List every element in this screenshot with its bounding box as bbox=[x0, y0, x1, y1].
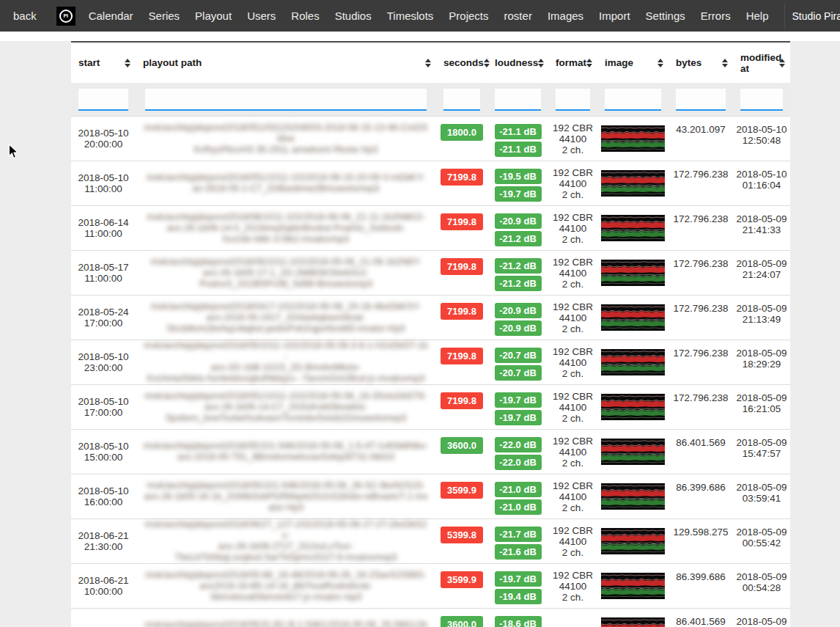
modified-at-cell: 2018-05-1012:50:48 bbox=[733, 117, 790, 161]
start-cell: 2018-05-1011:00:00 bbox=[71, 161, 136, 205]
waveform-thumbnail-image[interactable] bbox=[601, 125, 665, 152]
waveform-thumbnail-image[interactable] bbox=[601, 260, 665, 286]
waveform-thumbnail-image[interactable] bbox=[601, 439, 665, 465]
filter-row bbox=[71, 83, 790, 116]
nav-item-studios[interactable]: Studios bbox=[335, 10, 372, 22]
modified-at-cell: 2018-05-0903:59:41 bbox=[733, 474, 790, 518]
nav-item-roster[interactable]: roster bbox=[504, 10, 532, 22]
table-row: 2018-05-1017:00:00 mvk/avchtq/pbqsnvt201… bbox=[71, 384, 790, 429]
loudness-badge-integrated: -21.1 dB bbox=[495, 124, 542, 139]
start-cell: 2018-05-1015:00:00 bbox=[71, 430, 136, 474]
loudness-badge-integrated: -19.7 dB bbox=[495, 571, 542, 587]
loudness-badge-range: -21.1 dB bbox=[495, 142, 542, 157]
seconds-cell: 7199.8 bbox=[436, 161, 487, 205]
nav-item-users[interactable]: Users bbox=[247, 10, 276, 22]
table-row: 2018-05-1020:00:00 mvk/avchtq/pbqsnvt201… bbox=[71, 116, 790, 161]
seconds-cell: 3600.0 bbox=[436, 609, 487, 627]
start-cell: 2018-06-2110:00:00 bbox=[71, 564, 136, 608]
column-header-playout-path[interactable]: playout path bbox=[136, 57, 436, 68]
filter-input-start[interactable] bbox=[78, 89, 128, 111]
waveform-thumbnail-image[interactable] bbox=[601, 483, 665, 510]
filter-input-bytes[interactable] bbox=[676, 89, 726, 111]
nav-item-series[interactable]: Series bbox=[149, 10, 180, 22]
nav-item-images[interactable]: Images bbox=[548, 10, 583, 22]
studio-select[interactable]: Studio Piradio bbox=[784, 3, 840, 29]
loudness-badge-range: -20.7 dB bbox=[495, 365, 542, 381]
playout-path-cell: mvk/avchtq/pbqsnvt2018/051/1011-102/2018… bbox=[136, 385, 436, 429]
modified-at-cell: 2018-05-0900:54:28 bbox=[733, 564, 790, 608]
bytes-cell: 86.401.569 bbox=[668, 430, 733, 474]
playout-path-cell: mvk/avchtq/pbqsnvt2018/0417-102/2018-05-… bbox=[136, 296, 436, 340]
column-header-modified-at[interactable]: modified at bbox=[733, 52, 790, 74]
image-cell bbox=[597, 296, 668, 340]
nav-item-errors[interactable]: Errors bbox=[701, 10, 731, 22]
loudness-badge-range: -21.2 dB bbox=[495, 276, 542, 291]
format-cell: 192 CBR441002 ch. bbox=[548, 251, 597, 295]
filter-input-playout-path[interactable] bbox=[145, 89, 427, 111]
image-cell bbox=[597, 340, 668, 384]
column-header-loudness[interactable]: loudness bbox=[487, 57, 548, 68]
waveform-thumbnail-image[interactable] bbox=[601, 573, 665, 599]
loudness-badge-integrated: -22.0 dB bbox=[495, 437, 542, 452]
bytes-cell: 172.796.238 bbox=[668, 251, 733, 295]
image-cell bbox=[597, 609, 668, 627]
nav-item-playout[interactable]: Playout bbox=[195, 10, 232, 22]
loudness-cell: -21.2 dB -21.2 dB bbox=[487, 251, 548, 295]
filter-input-modified-at[interactable] bbox=[740, 89, 783, 111]
loudness-badge-range: -22.0 dB bbox=[495, 455, 542, 470]
waveform-thumbnail-image[interactable] bbox=[601, 394, 665, 420]
nav-item-help[interactable]: Help bbox=[746, 10, 769, 22]
table-row: 2018-05-2417:00:00 mvk/avchtq/pbqsnvt201… bbox=[71, 295, 790, 340]
start-cell: 2018-05-1017:00:00 bbox=[71, 385, 136, 429]
waveform-thumbnail-image[interactable] bbox=[601, 617, 665, 627]
waveform-thumbnail-image[interactable] bbox=[601, 349, 665, 375]
loudness-cell: -22.0 dB -22.0 dB bbox=[487, 430, 548, 474]
nav-item-projects[interactable]: Projects bbox=[449, 10, 488, 22]
image-cell bbox=[597, 206, 668, 250]
seconds-badge: 3600.0 bbox=[441, 616, 483, 627]
column-header-bytes[interactable]: bytes bbox=[668, 57, 733, 68]
playout-path-cell: mvk/avchtq/pbqsnvt2018/05/1011-102/2018-… bbox=[136, 340, 436, 384]
format-cell: 192 CBR441002 ch. bbox=[548, 340, 597, 384]
filter-input-format[interactable] bbox=[556, 89, 590, 111]
image-cell bbox=[597, 564, 668, 608]
image-cell bbox=[597, 385, 668, 429]
playout-path-cell: mvk/avchtq/pbqsnvt2018/06/27_127-102/201… bbox=[136, 519, 436, 563]
nav-menu: CalendarSeriesPlayoutUsersRolesStudiosTi… bbox=[89, 10, 784, 22]
loudness-badge-range: -20.9 dB bbox=[495, 320, 542, 336]
table-row: 2018-06-2110:00:00 mvk/avchtq/pbqsnvt201… bbox=[71, 563, 790, 608]
column-header-seconds[interactable]: seconds bbox=[436, 57, 487, 68]
loudness-badge-range: -19.4 dB bbox=[495, 589, 542, 604]
image-cell bbox=[597, 117, 668, 161]
bytes-cell: 172.796.238 bbox=[668, 206, 733, 250]
nav-item-settings[interactable]: Settings bbox=[646, 10, 685, 22]
sort-icon bbox=[722, 59, 728, 67]
seconds-cell: 3599.9 bbox=[436, 474, 487, 518]
image-cell bbox=[597, 430, 668, 474]
waveform-thumbnail-image[interactable] bbox=[601, 215, 665, 241]
nav-item-roles[interactable]: Roles bbox=[291, 10, 319, 22]
column-header-start[interactable]: start bbox=[71, 57, 136, 68]
seconds-cell: 7199.8 bbox=[436, 251, 487, 295]
filter-input-loudness[interactable] bbox=[495, 89, 541, 111]
filter-input-seconds[interactable] bbox=[443, 89, 480, 111]
modified-at-cell: 2018-05-1001:16:04 bbox=[733, 161, 790, 205]
seconds-cell: 5399.8 bbox=[436, 519, 487, 563]
nav-item-back[interactable]: back bbox=[13, 10, 37, 22]
nav-item-timeslots[interactable]: Timeslots bbox=[387, 10, 434, 22]
table-header-row: start playout path seconds loudness form… bbox=[71, 43, 790, 83]
filter-input-image[interactable] bbox=[605, 89, 661, 111]
top-nav-bar: back PI CalendarSeriesPlayoutUsersRolesS… bbox=[0, 0, 840, 32]
nav-item-import[interactable]: Import bbox=[599, 10, 630, 22]
modified-at-cell: 2018-05-0918:29:29 bbox=[733, 340, 790, 384]
nav-item-calendar[interactable]: Calendar bbox=[89, 10, 133, 22]
column-header-format[interactable]: format bbox=[548, 57, 597, 68]
loudness-badge-integrated: -21.0 dB bbox=[495, 482, 542, 497]
waveform-thumbnail-image[interactable] bbox=[601, 304, 665, 331]
waveform-thumbnail-image[interactable] bbox=[601, 170, 665, 197]
waveform-thumbnail-image[interactable] bbox=[601, 528, 665, 554]
piradio-logo-icon[interactable]: PI bbox=[56, 7, 75, 26]
playout-path-cell: mvk/avchtq/pbqsnvt2018/051/1011-1022018-… bbox=[136, 161, 436, 205]
column-header-image[interactable]: image bbox=[597, 57, 668, 68]
sort-icon bbox=[425, 59, 431, 67]
